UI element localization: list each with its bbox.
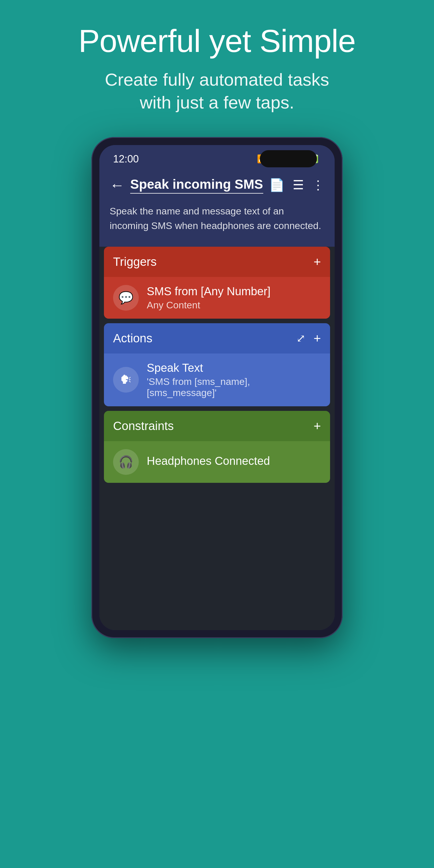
app-header: ← Speak incoming SMS 📄 ☰ ⋮ — [99, 169, 335, 202]
constraint-item-text: Headphones Connected — [147, 455, 321, 469]
triggers-header: Triggers + — [104, 247, 330, 277]
app-title: Speak incoming SMS — [130, 177, 263, 194]
actions-label: Actions — [113, 332, 152, 345]
hero-section: Powerful yet Simple Create fully automat… — [0, 0, 434, 131]
phone-frame: 12:00 📶 📶 100% 🔋 ← Speak incoming SMS 📄 … — [91, 137, 343, 638]
constraints-label: Constraints — [113, 419, 174, 433]
phone-wrapper: 12:00 📶 📶 100% 🔋 ← Speak incoming SMS 📄 … — [0, 137, 434, 638]
empty-space — [99, 487, 335, 630]
action-item-title: Speak Text — [147, 362, 321, 374]
constraint-item-title: Headphones Connected — [147, 455, 321, 467]
constraints-section: Constraints + 🎧 Headphones Connected — [104, 411, 330, 483]
trigger-item-text: SMS from [Any Number] Any Content — [147, 285, 321, 311]
constraint-item-icon: 🎧 — [113, 449, 139, 475]
action-item-icon: 🗣 — [113, 367, 139, 393]
triggers-header-icons: + — [313, 255, 321, 269]
actions-header-icons: ⤢ + — [297, 331, 321, 345]
trigger-item-subtitle: Any Content — [147, 300, 321, 311]
doc-icon[interactable]: 📄 — [269, 178, 285, 192]
constraints-header-icons: + — [313, 419, 321, 433]
status-time: 12:00 — [113, 153, 139, 165]
back-button[interactable]: ← — [110, 178, 124, 192]
triggers-add-button[interactable]: + — [313, 255, 321, 269]
hero-subtitle: Create fully automated taskswith just a … — [17, 68, 417, 114]
phone-screen: 12:00 📶 📶 100% 🔋 ← Speak incoming SMS 📄 … — [99, 145, 335, 630]
actions-section: Actions ⤢ + 🗣 Speak Text 'SMS from [sms_… — [104, 323, 330, 406]
content-area: Triggers + 💬 SMS from [Any Number] Any C… — [99, 247, 335, 630]
constraints-add-button[interactable]: + — [313, 419, 321, 433]
trigger-item-icon: 💬 — [113, 285, 139, 311]
constraints-header: Constraints + — [104, 411, 330, 441]
actions-add-button[interactable]: + — [313, 331, 321, 345]
action-item-text: Speak Text 'SMS from [sms_name], [sms_me… — [147, 362, 321, 398]
actions-header: Actions ⤢ + — [104, 323, 330, 353]
more-icon[interactable]: ⋮ — [312, 178, 324, 192]
triggers-section: Triggers + 💬 SMS from [Any Number] Any C… — [104, 247, 330, 319]
trigger-item-title: SMS from [Any Number] — [147, 285, 321, 298]
constraint-item[interactable]: 🎧 Headphones Connected — [104, 441, 330, 483]
triggers-label: Triggers — [113, 255, 156, 269]
action-item-subtitle: 'SMS from [sms_name], [sms_message]' — [147, 376, 321, 398]
actions-expand-button[interactable]: ⤢ — [297, 332, 306, 345]
pill-notch — [260, 150, 317, 167]
header-icons: 📄 ☰ ⋮ — [269, 178, 324, 192]
app-description: Speak the name and message text of an in… — [99, 202, 335, 242]
trigger-item[interactable]: 💬 SMS from [Any Number] Any Content — [104, 277, 330, 319]
hero-title: Powerful yet Simple — [17, 23, 417, 60]
action-item[interactable]: 🗣 Speak Text 'SMS from [sms_name], [sms_… — [104, 353, 330, 406]
list-icon[interactable]: ☰ — [293, 178, 304, 192]
